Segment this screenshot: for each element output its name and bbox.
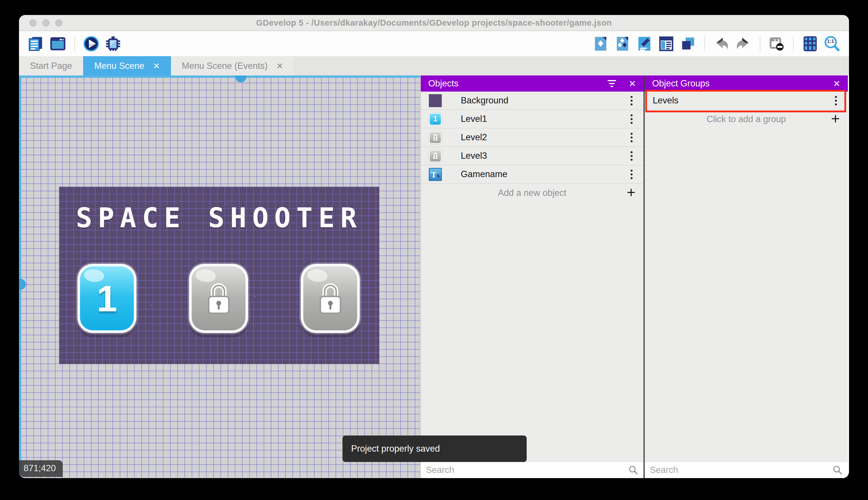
cursor-coordinates: 871;420	[19, 460, 63, 477]
selection-edge-top	[19, 76, 420, 78]
object-label: Level2	[461, 132, 626, 143]
object-label: Level1	[461, 114, 626, 124]
game-title-text[interactable]: SPACE SHOOTER	[59, 202, 379, 234]
lock-icon	[204, 281, 233, 315]
level3-thumbnail	[429, 149, 442, 162]
zoom-original-button[interactable]: 1:1	[823, 34, 841, 53]
groups-search-input[interactable]	[650, 465, 832, 475]
toolbar-separator	[74, 36, 75, 51]
search-icon	[628, 465, 638, 475]
level2-thumbnail	[429, 131, 442, 144]
level3-instance[interactable]	[301, 264, 360, 333]
open-properties-button[interactable]	[635, 34, 653, 53]
play-icon	[83, 35, 100, 53]
lock-icon	[316, 281, 345, 315]
gamename-thumbnail: T x	[429, 168, 442, 181]
maximize-window-button[interactable]	[55, 19, 62, 26]
instances-list-icon	[658, 35, 674, 53]
play-preview-button[interactable]	[82, 34, 100, 53]
add-group-button[interactable]: Click to add a group +	[645, 110, 848, 128]
render-options-button[interactable]	[768, 34, 786, 53]
close-icon[interactable]: ✕	[153, 61, 160, 71]
groups-panel-empty-area	[645, 128, 848, 462]
background-instance[interactable]: SPACE SHOOTER 1	[59, 186, 379, 364]
group-row-levels[interactable]: Levels	[645, 92, 848, 110]
background-thumbnail	[429, 94, 442, 107]
thumbnail-number: 1	[433, 115, 437, 124]
objects-search-bar	[421, 462, 644, 478]
group-label: Levels	[653, 95, 830, 106]
object-groups-panel: Object Groups ✕ Levels Click to add a gr…	[645, 76, 848, 478]
layers-icon	[680, 36, 696, 52]
selection-handle-top[interactable]	[235, 76, 246, 82]
plus-icon: +	[627, 185, 635, 200]
tab-label: Menu Scene	[94, 61, 144, 71]
level2-instance[interactable]	[189, 264, 248, 333]
tab-menu-scene[interactable]: Menu Scene ✕	[83, 56, 171, 76]
plus-icon: +	[831, 111, 840, 126]
undo-button[interactable]	[713, 34, 730, 53]
kebab-menu-icon[interactable]	[626, 168, 637, 181]
object-row-level2[interactable]: Level2	[421, 128, 644, 147]
open-instances-list-button[interactable]	[657, 34, 675, 53]
object-row-background[interactable]: Background	[421, 92, 644, 110]
level1-instance[interactable]: 1	[78, 264, 137, 333]
redo-button[interactable]	[735, 34, 752, 53]
scene-window-button[interactable]	[49, 34, 67, 53]
object-label: Level3	[461, 151, 626, 161]
objects-panel-empty-area	[421, 202, 644, 462]
groups-search-bar	[645, 462, 848, 478]
add-object-button[interactable]: Add a new object +	[421, 184, 644, 202]
traffic-lights	[30, 15, 62, 31]
open-object-groups-editor-button[interactable]	[613, 34, 631, 53]
objects-panel: Objects ✕ Background 1 Level1	[420, 76, 644, 478]
scene-window-icon	[49, 35, 66, 52]
kebab-menu-icon[interactable]	[626, 113, 637, 126]
toolbar-separator	[760, 36, 760, 51]
window-title: GDevelop 5 - /Users/dkarakay/Documents/G…	[256, 18, 612, 28]
minimize-window-button[interactable]	[42, 19, 49, 26]
undo-icon	[714, 36, 730, 52]
kebab-menu-icon[interactable]	[830, 94, 842, 107]
open-layers-editor-button[interactable]	[679, 34, 697, 53]
objects-panel-header: Objects ✕	[421, 76, 644, 92]
lock-icon	[432, 134, 438, 141]
toast-message: Project properly saved	[351, 444, 440, 454]
level-buttons-row: 1	[59, 264, 379, 333]
objects-search-input[interactable]	[426, 465, 628, 475]
open-objects-editor-button[interactable]	[592, 34, 610, 53]
close-icon[interactable]: ✕	[629, 79, 636, 89]
project-manager-button[interactable]	[27, 34, 45, 53]
lock-icon	[432, 152, 438, 160]
debug-icon	[105, 35, 121, 52]
kebab-menu-icon[interactable]	[626, 149, 637, 162]
object-row-level3[interactable]: Level3	[421, 147, 644, 165]
close-window-button[interactable]	[30, 19, 37, 26]
tab-menu-scene-events[interactable]: Menu Scene (Events) ✕	[171, 56, 294, 76]
render-options-icon	[769, 36, 785, 52]
debug-button[interactable]	[104, 34, 122, 53]
toast-notification: Project properly saved	[342, 435, 527, 462]
toggle-grid-button[interactable]	[801, 34, 819, 53]
selection-edge-left	[19, 76, 21, 478]
close-icon[interactable]: ✕	[276, 61, 283, 71]
object-row-level1[interactable]: 1 Level1	[421, 110, 644, 128]
toolbar-separator	[793, 36, 794, 51]
selection-handle-left[interactable]	[19, 279, 26, 290]
gdevelop-window: GDevelop 5 - /Users/dkarakay/Documents/G…	[19, 15, 849, 478]
project-manager-icon	[28, 35, 44, 52]
tab-bar: Start Page Menu Scene ✕ Menu Scene (Even…	[19, 56, 849, 76]
toolbar-separator	[705, 36, 705, 51]
close-icon[interactable]: ✕	[833, 79, 840, 89]
level1-thumbnail: 1	[429, 113, 442, 126]
scene-canvas[interactable]: SPACE SHOOTER 1	[19, 76, 420, 478]
redo-icon	[735, 36, 751, 52]
toolbar: 1:1	[19, 31, 849, 56]
tab-label: Start Page	[30, 61, 72, 71]
object-row-gamename[interactable]: T x Gamename	[421, 165, 644, 184]
groups-panel-title: Object Groups	[652, 78, 833, 89]
kebab-menu-icon[interactable]	[626, 94, 637, 107]
kebab-menu-icon[interactable]	[626, 131, 637, 144]
filter-icon[interactable]	[608, 80, 616, 87]
tab-start-page[interactable]: Start Page	[19, 56, 83, 76]
